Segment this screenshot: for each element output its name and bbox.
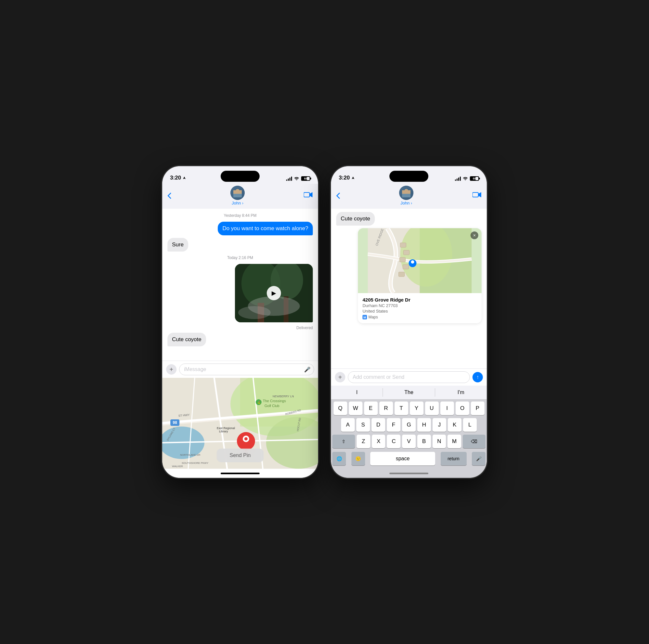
maps-label: Maps: [368, 315, 378, 319]
message-cute-coyote: Cute coyote: [167, 333, 206, 346]
play-button[interactable]: ▶: [267, 286, 281, 300]
key-d[interactable]: D: [372, 418, 385, 432]
svg-rect-49: [400, 243, 406, 247]
emoji-key[interactable]: 🙂: [351, 452, 365, 466]
home-indicator-1: [162, 469, 318, 478]
key-n[interactable]: N: [433, 435, 446, 448]
key-j[interactable]: J: [433, 418, 446, 432]
svg-marker-42: [352, 177, 354, 179]
timestamp-yesterday: Yesterday 8:44 PM: [167, 213, 313, 218]
svg-text:Golf Club: Golf Club: [264, 404, 279, 408]
key-b[interactable]: B: [417, 435, 431, 448]
key-s[interactable]: S: [356, 418, 370, 432]
key-p[interactable]: P: [471, 401, 484, 415]
keyboard: I The I'm Q W E R T Y U I O P: [331, 386, 487, 469]
svg-point-38: [244, 437, 248, 440]
key-l[interactable]: L: [463, 418, 477, 432]
video-call-button-1[interactable]: [304, 191, 313, 200]
input-placeholder-2: Add comment or Send: [353, 374, 404, 380]
key-g[interactable]: G: [402, 418, 416, 432]
mic-key[interactable]: 🎤: [472, 452, 485, 466]
space-key[interactable]: space: [370, 452, 435, 466]
plus-button-2[interactable]: +: [335, 372, 345, 382]
close-map-card-button[interactable]: ×: [471, 231, 478, 239]
svg-point-55: [411, 260, 415, 264]
battery-icon-2: 68: [470, 176, 479, 181]
keyboard-rows: Q W E R T Y U I O P A S D F G: [331, 399, 487, 452]
send-pin-button[interactable]: Send Pin: [217, 448, 264, 462]
message-input-2[interactable]: Add comment or Send: [348, 371, 470, 383]
back-button-1[interactable]: [167, 192, 171, 199]
key-e[interactable]: E: [364, 401, 378, 415]
phone-1: 3:20 68: [162, 166, 318, 478]
svg-text:SOUTHSHORE PKWY: SOUTHSHORE PKWY: [182, 462, 209, 465]
key-w[interactable]: W: [349, 401, 362, 415]
keyboard-bottom-row: 🌐 🙂 space return 🎤: [331, 452, 487, 469]
svg-text:WALKER: WALKER: [172, 465, 183, 468]
keyboard-row-1: Q W E R T Y U I O P: [332, 401, 485, 415]
message-cute-coyote-2: Cute coyote: [336, 212, 375, 226]
map-card[interactable]: × OVE RIDGE DR: [358, 228, 482, 323]
return-key[interactable]: return: [441, 452, 467, 466]
map-card-info: 4205 Grove Ridge Dr Durham NC 27703 Unit…: [358, 293, 482, 323]
key-u[interactable]: U: [425, 401, 439, 415]
svg-text:M: M: [363, 316, 366, 319]
home-indicator-2: [331, 469, 487, 478]
key-c[interactable]: C: [387, 435, 400, 448]
key-q[interactable]: Q: [334, 401, 347, 415]
delivered-label: Delivered: [167, 326, 313, 330]
send-button[interactable]: ↑: [472, 372, 483, 382]
contact-center-2[interactable]: John ›: [399, 186, 414, 206]
globe-key[interactable]: 🌐: [332, 452, 346, 466]
wifi-icon-2: [463, 176, 468, 181]
shift-key[interactable]: ⇧: [332, 435, 355, 448]
video-call-button-2[interactable]: [472, 191, 482, 200]
key-v[interactable]: V: [402, 435, 416, 448]
contact-center-1[interactable]: John ›: [230, 186, 245, 206]
key-o[interactable]: O: [456, 401, 469, 415]
svg-text:NEWBERRY LN: NEWBERRY LN: [272, 395, 294, 398]
dynamic-island-1: [221, 171, 260, 182]
key-f[interactable]: F: [387, 418, 400, 432]
key-m[interactable]: M: [447, 435, 461, 448]
suggestion-i[interactable]: I: [331, 388, 383, 397]
back-button-2[interactable]: [336, 192, 340, 199]
keyboard-row-2: A S D F G H J K L: [332, 418, 485, 432]
suggestion-im[interactable]: I'm: [435, 388, 487, 397]
svg-rect-1: [304, 192, 310, 197]
svg-text:East Regional: East Regional: [217, 427, 235, 430]
key-h[interactable]: H: [417, 418, 431, 432]
address-sub-1: Durham NC 27703: [362, 303, 477, 308]
status-icons-2: 68: [455, 176, 479, 181]
key-k[interactable]: K: [448, 418, 462, 432]
apple-maps-icon: M: [362, 315, 367, 319]
status-icons-1: 68: [286, 176, 310, 181]
svg-rect-52: [403, 264, 409, 269]
key-z[interactable]: Z: [357, 435, 370, 448]
svg-rect-51: [400, 257, 406, 262]
address-sub-2: United States: [362, 309, 477, 313]
svg-marker-44: [478, 192, 481, 197]
key-i[interactable]: I: [440, 401, 454, 415]
svg-text:98: 98: [173, 420, 177, 425]
delete-key[interactable]: ⌫: [463, 435, 485, 448]
video-message[interactable]: ring.com ▶: [235, 264, 313, 322]
key-a[interactable]: A: [341, 418, 355, 432]
contact-name-1: John ›: [232, 201, 243, 206]
message-input-1[interactable]: iMessage 🎤: [179, 363, 314, 375]
svg-text:Library: Library: [219, 430, 228, 433]
status-time-1: 3:20: [170, 175, 186, 181]
key-r[interactable]: R: [379, 401, 393, 415]
svg-text:The Crossings: The Crossings: [263, 399, 286, 403]
plus-button-1[interactable]: +: [166, 364, 177, 375]
contact-name-2: John ›: [400, 201, 412, 206]
wifi-icon-1: [294, 176, 299, 181]
map-area-1[interactable]: 98 ST HWY SYLVIAS CT NORTHLAKE DR NEWBER…: [162, 378, 318, 469]
svg-text:⛳: ⛳: [257, 400, 261, 404]
key-x[interactable]: X: [372, 435, 386, 448]
key-t[interactable]: T: [395, 401, 408, 415]
key-y[interactable]: Y: [410, 401, 424, 415]
keyboard-suggestions: I The I'm: [331, 386, 487, 399]
suggestion-the[interactable]: The: [383, 388, 435, 397]
mic-button-1[interactable]: 🎤: [304, 367, 310, 373]
